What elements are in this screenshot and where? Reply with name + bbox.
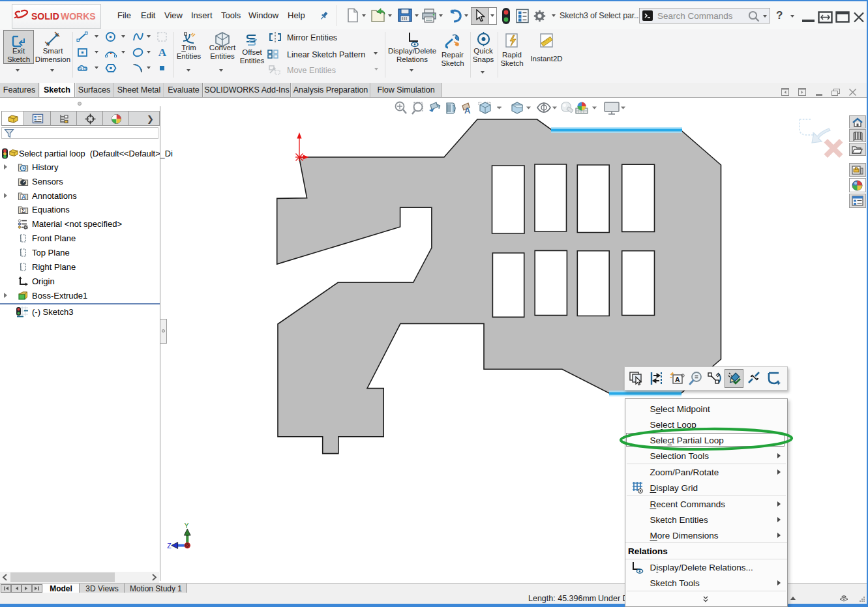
svg-text:A: A — [675, 376, 680, 383]
svg-text:Σ: Σ — [22, 207, 25, 214]
svg-text:SOLID: SOLID — [31, 11, 59, 22]
svg-text:WORKS: WORKS — [61, 11, 96, 22]
svg-text:A: A — [464, 106, 471, 115]
svg-text:A: A — [22, 194, 25, 200]
svg-text:Y: Y — [184, 522, 188, 529]
